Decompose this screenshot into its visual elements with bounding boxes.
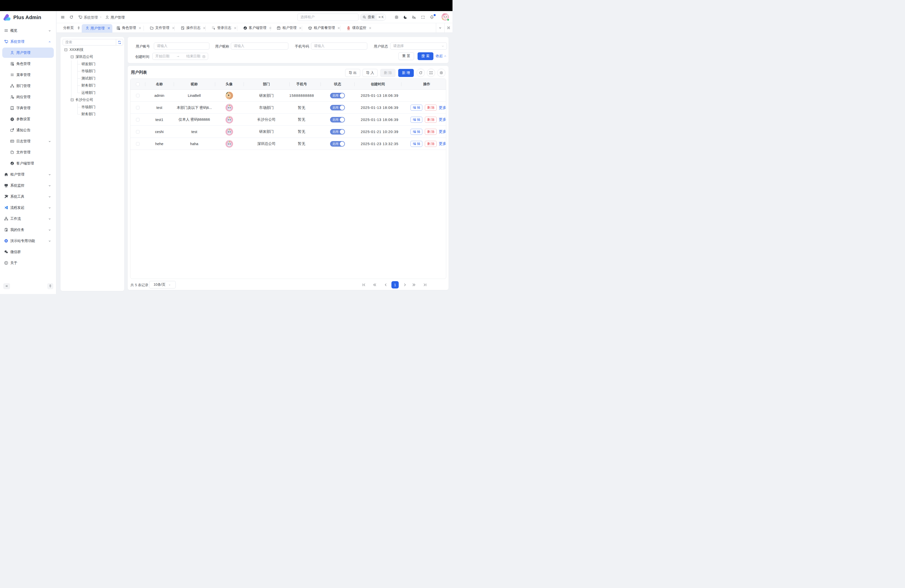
svg-text:DEV: DEV <box>11 141 14 142</box>
svg-text:redis: redis <box>348 29 350 30</box>
